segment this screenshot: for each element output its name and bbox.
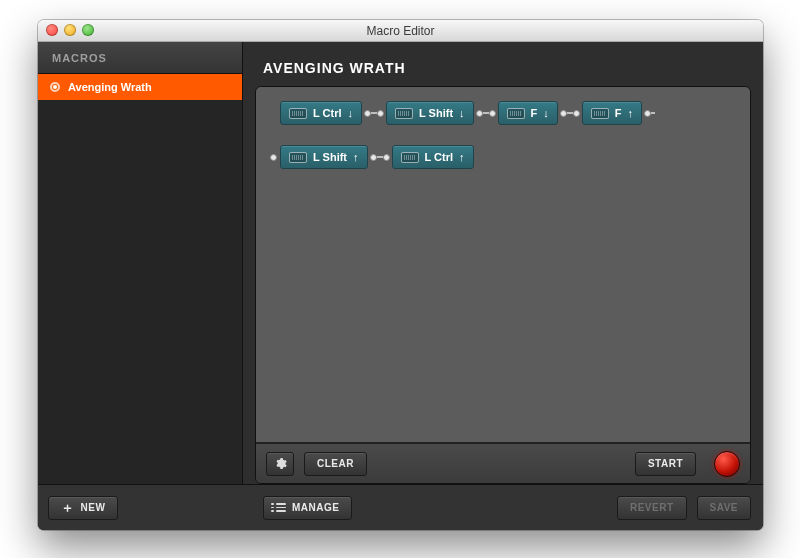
window-controls [46, 24, 94, 36]
radio-selected-icon [50, 82, 60, 92]
macro-step[interactable]: L Ctrl↓ [280, 101, 362, 125]
arrow-up-icon: ↑ [628, 108, 634, 119]
keyboard-icon [289, 152, 307, 163]
manage-button-label: MANAGE [292, 502, 339, 513]
macro-step[interactable]: L Shift↑ [280, 145, 368, 169]
start-button[interactable]: START [635, 452, 696, 476]
macro-step-key: L Ctrl [313, 107, 342, 119]
arrow-down-icon: ↓ [348, 108, 354, 119]
save-button[interactable]: SAVE [697, 496, 752, 520]
macro-editor-window: Macro Editor MACROS Avenging Wrath AVENG… [38, 20, 763, 530]
sidebar-item-avenging-wrath[interactable]: Avenging Wrath [38, 74, 242, 100]
zoom-icon[interactable] [82, 24, 94, 36]
sidebar: MACROS Avenging Wrath [38, 42, 243, 484]
keyboard-icon [401, 152, 419, 163]
titlebar[interactable]: Macro Editor [38, 20, 763, 42]
plus-icon: ＋ [61, 501, 75, 514]
clear-button[interactable]: CLEAR [304, 452, 367, 476]
start-button-label: START [648, 458, 683, 469]
macro-step-key: L Shift [313, 151, 347, 163]
save-button-label: SAVE [710, 502, 739, 513]
step-connector [560, 110, 580, 117]
step-sequence[interactable]: L Ctrl↓L Shift↓F↓F↑L Shift↑L Ctrl↑ [256, 87, 750, 443]
arrow-down-icon: ↓ [459, 108, 465, 119]
step-leading-connector [270, 154, 277, 161]
editor-panel: AVENGING WRATH L Ctrl↓L Shift↓F↓F↑L Shif… [243, 42, 763, 484]
arrow-up-icon: ↑ [353, 152, 359, 163]
arrow-up-icon: ↑ [459, 152, 465, 163]
clear-button-label: CLEAR [317, 458, 354, 469]
keyboard-icon [395, 108, 413, 119]
macro-step[interactable]: F↑ [582, 101, 642, 125]
sidebar-item-label: Avenging Wrath [68, 81, 152, 93]
settings-button[interactable] [266, 452, 294, 476]
arrow-down-icon: ↓ [543, 108, 549, 119]
window-title: Macro Editor [366, 24, 434, 38]
list-icon [276, 503, 286, 512]
macro-list: Avenging Wrath [38, 74, 242, 484]
record-indicator[interactable] [714, 451, 740, 477]
gear-icon [274, 457, 287, 470]
new-macro-label: NEW [81, 502, 106, 513]
step-trailing-connector [644, 110, 655, 117]
close-icon[interactable] [46, 24, 58, 36]
sidebar-footer: ＋ NEW [38, 484, 243, 530]
keyboard-icon [591, 108, 609, 119]
step-connector [364, 110, 384, 117]
macro-step[interactable]: F↓ [498, 101, 558, 125]
step-connector [370, 154, 390, 161]
sidebar-header: MACROS [38, 42, 242, 74]
macro-step-key: F [531, 107, 538, 119]
new-macro-button[interactable]: ＋ NEW [48, 496, 118, 520]
step-connector [476, 110, 496, 117]
minimize-icon[interactable] [64, 24, 76, 36]
macro-canvas: L Ctrl↓L Shift↓F↓F↑L Shift↑L Ctrl↑ CLEAR [255, 86, 751, 484]
revert-button-label: REVERT [630, 502, 674, 513]
macro-step[interactable]: L Ctrl↑ [392, 145, 474, 169]
macro-step-key: L Shift [419, 107, 453, 119]
macro-step[interactable]: L Shift↓ [386, 101, 474, 125]
macro-step-key: L Ctrl [425, 151, 454, 163]
keyboard-icon [507, 108, 525, 119]
macro-title: AVENGING WRATH [255, 54, 751, 86]
keyboard-icon [289, 108, 307, 119]
macro-step-key: F [615, 107, 622, 119]
revert-button[interactable]: REVERT [617, 496, 687, 520]
manage-button[interactable]: MANAGE [263, 496, 352, 520]
canvas-toolbar: CLEAR START [256, 443, 750, 483]
